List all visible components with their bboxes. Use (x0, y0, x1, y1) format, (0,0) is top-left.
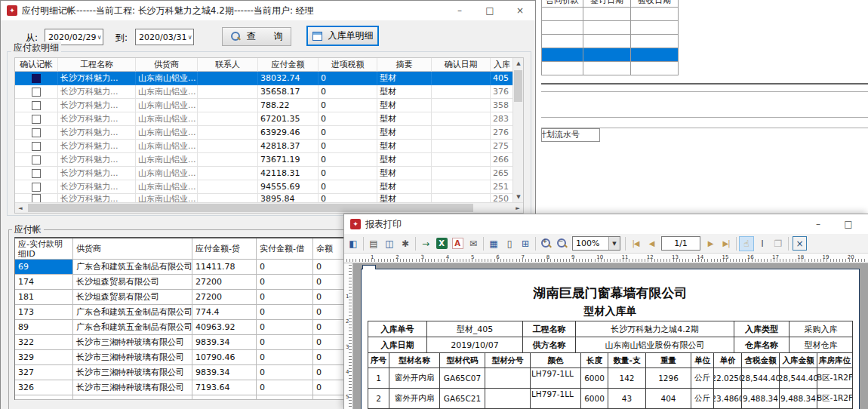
title-bar[interactable]: ✦ 应付明细记帐------当前工程: 长沙万科魅力之城4.2期------当前… (1, 1, 535, 20)
cell-supplier[interactable]: 山东南山铝业... (136, 180, 198, 194)
close-preview-button[interactable]: × (793, 236, 807, 251)
table-row[interactable] (542, 8, 679, 21)
cell-detail-id[interactable]: 327 (15, 365, 73, 380)
table-cell[interactable] (542, 35, 583, 48)
table-cell[interactable] (583, 35, 631, 48)
cell-confirm-date[interactable] (432, 167, 491, 180)
table-row[interactable]: 69广东合和建筑五金制品有限公司11411.7800 (15, 260, 359, 275)
cell-payable[interactable]: 7193.64 (192, 380, 257, 395)
cell-payable[interactable]: 9839.34 (192, 365, 257, 380)
first-page-button[interactable]: |◀ (628, 236, 643, 251)
confirm-cell[interactable] (15, 180, 58, 194)
cell-supplier[interactable]: 山东南山铝业... (136, 99, 198, 112)
column-header[interactable]: 工程名称 (58, 58, 136, 72)
column-header[interactable]: 入库 (491, 58, 514, 72)
cell-amount[interactable]: 67201.35 (258, 112, 319, 126)
copy-icon[interactable]: ❐ (771, 236, 786, 251)
table-row[interactable] (542, 35, 679, 48)
cell-summary[interactable]: 型材 (377, 99, 432, 112)
table-cell[interactable] (583, 21, 631, 35)
cell-supplier[interactable]: 长沙市三湘特种玻璃有限公司 (73, 380, 192, 395)
cell-supplier[interactable]: 山东南山铝业... (136, 153, 198, 167)
cell-contact[interactable] (198, 140, 258, 153)
table-row[interactable]: 长沙万科魅力...山东南山铝业...788.220型材358 (15, 99, 523, 112)
confirm-cell[interactable] (15, 72, 58, 85)
column-header[interactable]: 摘要 (377, 58, 432, 72)
cell-contact[interactable] (198, 126, 258, 140)
cell-inbound-no[interactable]: 275 (491, 140, 514, 153)
text-select-icon[interactable]: I (755, 236, 770, 251)
mail-icon[interactable]: ✉ (466, 236, 481, 251)
cell-paid[interactable]: 0 (257, 335, 313, 350)
cell-detail-id[interactable]: 329 (15, 350, 73, 365)
multi-page-icon[interactable]: ⊞ (518, 236, 533, 251)
query-button[interactable]: 查 询 (222, 27, 291, 46)
cell-amount[interactable]: 788.22 (258, 99, 319, 112)
inbound-detail-button[interactable]: 入库单明细 (306, 26, 379, 46)
confirm-checkbox[interactable] (32, 88, 41, 97)
cell-detail-id[interactable]: 326 (15, 380, 73, 395)
cell-amount[interactable]: 35658.17 (258, 85, 319, 99)
to-date-select[interactable]: 2020/03/31 ∨ (135, 29, 194, 45)
cell-supplier[interactable]: 山东南山铝业... (136, 112, 198, 126)
cell-confirm-date[interactable] (432, 153, 491, 167)
cell-project[interactable]: 长沙万科魅力... (58, 85, 136, 99)
zoom-in-icon[interactable]: + (538, 236, 553, 251)
cell-paid[interactable]: 0 (257, 305, 313, 320)
cell-supplier[interactable]: 山东南山铝业... (136, 167, 198, 180)
confirm-checkbox[interactable] (32, 183, 41, 192)
column-header[interactable]: 实付金额-借 (257, 238, 313, 260)
confirm-cell[interactable] (15, 126, 58, 140)
table-row[interactable]: 长沙万科魅力...山东南山铝业...35658.170型材376 (15, 85, 523, 99)
cell-detail-id[interactable]: 69 (15, 260, 73, 275)
cell-confirm-date[interactable] (432, 99, 491, 112)
cell-project[interactable]: 长沙万科魅力... (58, 180, 136, 194)
zoom-level-select[interactable]: 100% ▼ (572, 236, 620, 251)
cell-paid[interactable]: 0 (257, 290, 313, 305)
table-row[interactable]: 322长沙市三湘特种玻璃有限公司9839.3400 (15, 335, 359, 350)
cell-project[interactable]: 长沙万科魅力... (58, 140, 136, 153)
table-row[interactable]: 173广东合和建筑五金制品有限公司774.400 (15, 305, 359, 320)
cell-supplier[interactable]: 广东合和建筑五金制品有限公司 (73, 305, 192, 320)
confirm-checkbox[interactable] (32, 142, 41, 151)
cell-confirm-date[interactable] (432, 72, 491, 85)
table-row[interactable]: 长沙万科魅力...山东南山铝业...63929.460型材276 (15, 126, 523, 140)
cell-payable[interactable]: 11411.78 (192, 260, 257, 275)
table-row[interactable]: 长沙万科魅力...山东南山铝业...73671.190型材266 (15, 153, 523, 167)
table-cell[interactable] (631, 62, 679, 75)
maximize-button[interactable]: □ (475, 1, 505, 20)
cell-supplier[interactable]: 长沙坦森贸易有限公司 (73, 275, 192, 290)
title-bar[interactable]: ✦ 报表打印 – □ × (344, 214, 868, 234)
scroll-left-icon[interactable]: ◄ (15, 203, 26, 214)
cell-confirm-date[interactable] (432, 85, 491, 99)
cell-summary[interactable]: 型材 (377, 153, 432, 167)
table-cell[interactable] (542, 8, 583, 21)
column-header[interactable]: 确认记帐 (15, 58, 58, 72)
tools-icon[interactable]: ✱ (398, 236, 413, 251)
table-row[interactable]: 327长沙市三湘特种玻璃有限公司9839.3400 (15, 365, 359, 380)
confirm-checkbox[interactable] (32, 74, 41, 83)
print-icon[interactable]: ▤ (366, 236, 381, 251)
cell-payable[interactable]: 774.4 (192, 305, 257, 320)
column-header[interactable]: 供货商 (136, 58, 198, 72)
table-row[interactable]: 174长沙坦森贸易有限公司2720000 (15, 275, 359, 290)
cell-summary[interactable]: 型材 (377, 112, 432, 126)
cell-detail-id[interactable]: 322 (15, 335, 73, 350)
excel-export-icon[interactable]: X (434, 236, 449, 251)
table-cell[interactable] (257, 395, 313, 400)
table-row[interactable] (15, 395, 359, 400)
cell-summary[interactable]: 型材 (377, 85, 432, 99)
page-setup-icon[interactable]: ▦ (486, 236, 501, 251)
table-cell[interactable] (583, 62, 631, 75)
cell-supplier[interactable]: 山东南山铝业... (136, 72, 198, 85)
cell-project[interactable]: 长沙万科魅力... (58, 153, 136, 167)
single-page-icon[interactable]: ▯ (502, 236, 517, 251)
confirm-checkbox[interactable] (32, 115, 41, 124)
cell-tax[interactable]: 0 (319, 180, 377, 194)
cell-confirm-date[interactable] (432, 112, 491, 126)
book-icon[interactable]: ◫ (382, 236, 397, 251)
cell-tax[interactable]: 0 (319, 153, 377, 167)
cell-supplier[interactable]: 山东南山铝业... (136, 140, 198, 153)
confirm-cell[interactable] (15, 99, 58, 112)
table-row[interactable]: 长沙万科魅力...山东南山铝业...42118.310型材265 (15, 167, 523, 180)
